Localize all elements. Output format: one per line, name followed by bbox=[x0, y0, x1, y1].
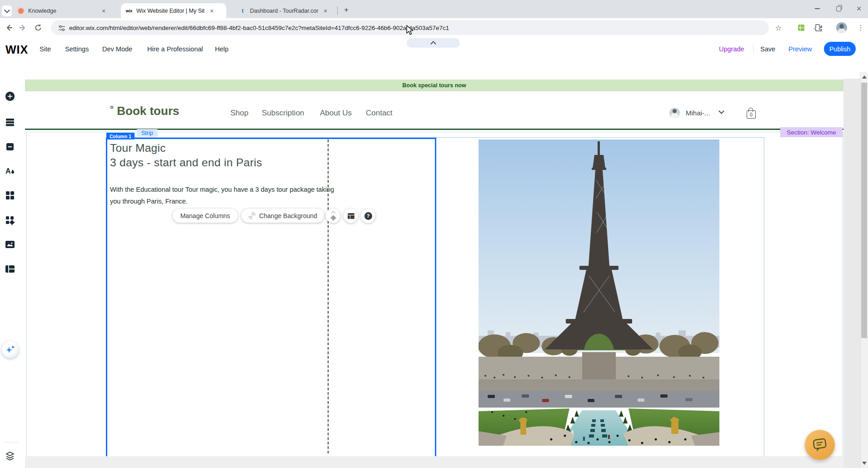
wix-favicon-icon: wix bbox=[125, 7, 133, 15]
preview-button[interactable]: Preview bbox=[788, 45, 812, 53]
layout-button[interactable] bbox=[344, 209, 358, 223]
collapse-bar-pill[interactable] bbox=[407, 38, 460, 48]
my-business-apps-icon[interactable] bbox=[5, 215, 15, 225]
pages-icon[interactable] bbox=[5, 142, 15, 152]
url-text[interactable]: editor.wix.com/html/editor/web/renderer/… bbox=[69, 25, 449, 31]
account-avatar[interactable] bbox=[669, 108, 680, 118]
strip-tab[interactable]: Strip bbox=[137, 129, 158, 137]
menu-settings[interactable]: Settings bbox=[65, 45, 89, 53]
heading-line1[interactable]: Tour Magic bbox=[110, 142, 166, 154]
editor-sidebar: A bbox=[0, 79, 25, 468]
browser-window: Knowledge × wix Wix Website Editor | My … bbox=[0, 0, 868, 468]
scrollbar-down-arrow[interactable] bbox=[862, 462, 867, 465]
forward-icon[interactable] bbox=[17, 22, 28, 33]
add-section-icon[interactable] bbox=[5, 117, 15, 127]
account-chevron-icon[interactable] bbox=[718, 108, 724, 114]
canvas-right-gutter bbox=[843, 79, 860, 468]
window-close-button[interactable]: × bbox=[848, 0, 868, 17]
site-logo[interactable]: ° Book tours bbox=[110, 104, 179, 118]
stretch-diamond-icon bbox=[331, 212, 335, 220]
change-background-button[interactable]: Change Background bbox=[241, 209, 324, 223]
canvas-below-section bbox=[25, 456, 843, 468]
ai-sparkle-icon bbox=[5, 344, 16, 356]
browser-tab-knowledge[interactable]: Knowledge × bbox=[13, 3, 116, 18]
tab-search-button[interactable] bbox=[2, 5, 12, 16]
green-extension-icon[interactable] bbox=[798, 25, 804, 31]
profile-avatar[interactable] bbox=[836, 22, 847, 33]
browser-tab-tourradar[interactable]: t Dashboard - TourRadar.com × bbox=[234, 3, 333, 18]
browser-toolbar: editor.wix.com/html/editor/web/renderer/… bbox=[0, 18, 868, 38]
menu-help[interactable]: Help bbox=[215, 45, 229, 53]
new-tab-button[interactable]: + bbox=[341, 5, 352, 15]
body-paragraph[interactable]: With the Educational tour Tour magic, yo… bbox=[110, 184, 335, 207]
window-restore-button[interactable] bbox=[828, 0, 849, 17]
editor-canvas: Book special tours now ° Book tours Shop… bbox=[25, 79, 843, 468]
knowledge-favicon-icon bbox=[17, 7, 25, 15]
column1-tab[interactable]: Column 1 bbox=[106, 133, 135, 139]
background-checker-icon bbox=[248, 212, 256, 219]
tab-close-icon[interactable]: × bbox=[100, 7, 107, 15]
manage-columns-button[interactable]: Manage Columns bbox=[173, 209, 238, 223]
browser-menu-kebab-icon[interactable]: ⋮ bbox=[855, 22, 866, 33]
help-button[interactable]: ? bbox=[361, 209, 375, 223]
account-name[interactable]: Mihai-... bbox=[686, 109, 710, 117]
chevron-down-icon bbox=[4, 7, 10, 13]
cms-icon[interactable] bbox=[5, 264, 15, 274]
back-icon[interactable] bbox=[4, 22, 15, 33]
extensions-puzzle-icon[interactable] bbox=[813, 22, 824, 33]
tourradar-favicon-icon: t bbox=[239, 7, 246, 15]
tab-close-icon[interactable]: × bbox=[208, 7, 215, 15]
menu-hire-professional[interactable]: Hire a Professional bbox=[147, 45, 203, 53]
save-button[interactable]: Save bbox=[760, 45, 775, 53]
scrollbar-up-arrow[interactable] bbox=[862, 75, 867, 79]
media-icon[interactable] bbox=[5, 239, 15, 249]
bookmark-star-icon[interactable]: ☆ bbox=[773, 22, 784, 33]
tab-title: Knowledge bbox=[28, 8, 96, 14]
ai-assistant-button[interactable] bbox=[2, 341, 19, 358]
menu-dev-mode[interactable]: Dev Mode bbox=[102, 45, 132, 53]
tab-title: Wix Website Editor | My Site 1 bbox=[136, 8, 205, 14]
site-design-icon[interactable]: A bbox=[5, 166, 15, 176]
section-welcome-badge[interactable]: Section: Welcome bbox=[780, 127, 843, 137]
site-info-icon[interactable] bbox=[58, 25, 65, 32]
add-elements-icon[interactable] bbox=[5, 91, 15, 101]
question-icon: ? bbox=[364, 212, 372, 220]
heading-line2[interactable]: 3 days - start and end in Paris bbox=[110, 156, 262, 169]
chat-widget-button[interactable] bbox=[805, 430, 835, 460]
tab-title: Dashboard - TourRadar.com bbox=[250, 8, 318, 14]
url-bar[interactable]: editor.wix.com/html/editor/web/renderer/… bbox=[51, 20, 769, 35]
tab-separator bbox=[337, 6, 338, 15]
upgrade-link[interactable]: Upgrade bbox=[719, 45, 744, 53]
refresh-icon[interactable] bbox=[33, 22, 44, 33]
layers-icon[interactable] bbox=[5, 451, 15, 461]
logo-mark: ° bbox=[110, 104, 114, 114]
nav-shop[interactable]: Shop bbox=[230, 109, 249, 118]
chevron-up-icon bbox=[430, 41, 436, 47]
eiffel-tower-image[interactable] bbox=[479, 139, 719, 448]
chat-bubble-icon bbox=[811, 437, 828, 453]
publish-button[interactable]: Publish bbox=[824, 42, 856, 56]
wix-toolbar2: Page: Home https://mihaiargint8.wixsite.… bbox=[0, 60, 868, 79]
stretch-button[interactable] bbox=[326, 209, 340, 223]
nav-contact[interactable]: Contact bbox=[366, 109, 393, 118]
layout-icon bbox=[348, 213, 354, 219]
sidebar-divider bbox=[3, 442, 19, 443]
wix-logo[interactable]: WIX bbox=[5, 43, 28, 56]
topbar-separator bbox=[753, 43, 753, 55]
cart-count: 0 bbox=[750, 112, 753, 117]
browser-titlebar: Knowledge × wix Wix Website Editor | My … bbox=[0, 0, 868, 18]
cart-bag-icon[interactable]: 0 bbox=[747, 107, 756, 119]
scrollbar-thumb[interactable] bbox=[861, 83, 867, 338]
menu-site[interactable]: Site bbox=[40, 45, 51, 53]
announcement-strip[interactable]: Book special tours now bbox=[25, 80, 843, 91]
browser-tab-wix-editor[interactable]: wix Wix Website Editor | My Site 1 × bbox=[121, 3, 226, 18]
nav-about-us[interactable]: About Us bbox=[320, 109, 352, 118]
app-market-icon[interactable] bbox=[5, 190, 15, 200]
svg-text:A: A bbox=[5, 167, 11, 175]
window-minimize-button[interactable] bbox=[807, 0, 828, 17]
tab-close-icon[interactable]: × bbox=[322, 7, 329, 15]
nav-subscription[interactable]: Subscription bbox=[262, 109, 304, 118]
